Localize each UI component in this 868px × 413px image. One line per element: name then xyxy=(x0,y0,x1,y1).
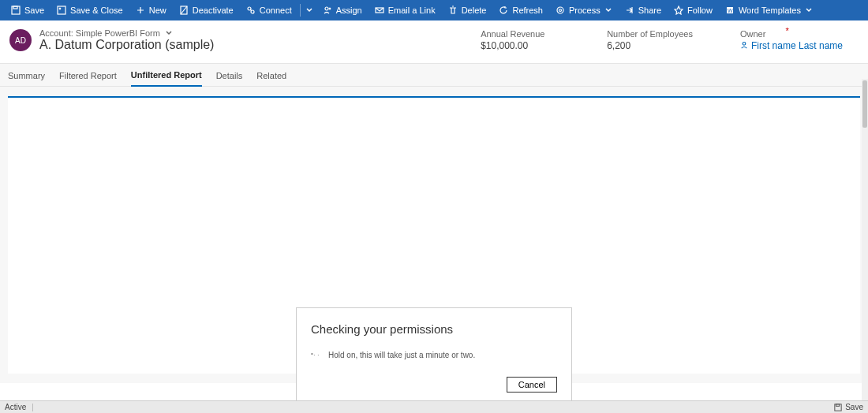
save-close-label: Save & Close xyxy=(70,6,123,15)
record-state: Active xyxy=(5,403,26,411)
record-title: A. Datum Corporation (sample) xyxy=(39,38,214,52)
email-link-button[interactable]: Email a Link xyxy=(369,0,442,20)
save-label: Save xyxy=(24,6,44,15)
tab-details[interactable]: Details xyxy=(216,65,243,86)
save-icon xyxy=(11,6,21,15)
vertical-scrollbar[interactable] xyxy=(862,79,868,400)
refresh-icon xyxy=(499,6,508,15)
connect-button[interactable]: Connect xyxy=(240,0,298,20)
owner-value[interactable]: First name Last name xyxy=(740,40,843,51)
scrollbar-thumb[interactable] xyxy=(862,80,867,128)
follow-button[interactable]: Follow xyxy=(668,0,719,20)
word-templates-label: Word Templates xyxy=(739,6,801,15)
plus-icon xyxy=(136,6,145,15)
tab-strip: Summary Filtered Report Unfiltered Repor… xyxy=(0,63,868,87)
refresh-label: Refresh xyxy=(512,6,543,15)
chevron-down-icon xyxy=(165,29,173,37)
share-label: Share xyxy=(638,6,661,15)
save-close-icon xyxy=(57,6,66,15)
connect-label: Connect xyxy=(260,6,292,15)
chevron-down-icon xyxy=(805,6,813,14)
svg-rect-14 xyxy=(836,404,840,406)
command-bar: Save Save & Close New Deactivate Connect… xyxy=(0,0,868,20)
dialog-message: Hold on, this will take just a minute or… xyxy=(328,351,475,359)
chevron-down-icon xyxy=(604,6,612,14)
owner-field[interactable]: Owner * First name Last name xyxy=(740,29,843,51)
svg-point-9 xyxy=(559,9,562,12)
chevron-down-icon xyxy=(305,6,313,14)
assign-button[interactable]: Assign xyxy=(316,0,369,20)
deactivate-button[interactable]: Deactivate xyxy=(173,0,240,20)
status-save-button[interactable]: Save xyxy=(834,403,863,411)
status-save-label: Save xyxy=(845,403,863,411)
required-indicator: * xyxy=(785,26,788,35)
num-employees-label: Number of Employees xyxy=(607,29,693,39)
tab-unfiltered-report[interactable]: Unfiltered Report xyxy=(131,64,202,87)
record-type-label: Account: Simple PowerBI Form xyxy=(39,28,160,38)
delete-button[interactable]: Delete xyxy=(442,0,493,20)
svg-rect-2 xyxy=(58,6,65,14)
connect-icon xyxy=(246,6,256,15)
save-close-button[interactable]: Save & Close xyxy=(51,0,129,20)
delete-icon xyxy=(448,6,458,15)
separator xyxy=(300,4,301,17)
divider xyxy=(32,404,33,411)
word-templates-button[interactable]: W Word Templates xyxy=(719,0,819,20)
star-icon xyxy=(674,6,683,15)
assign-icon xyxy=(323,6,332,15)
new-label: New xyxy=(149,6,166,15)
record-header: AD Account: Simple PowerBI Form A. Datum… xyxy=(0,20,868,63)
email-link-label: Email a Link xyxy=(388,6,436,15)
deactivate-label: Deactivate xyxy=(193,6,234,15)
process-label: Process xyxy=(569,6,600,15)
record-type-picker[interactable]: Account: Simple PowerBI Form xyxy=(39,28,214,38)
spinner-icon: •․ ․ xyxy=(311,350,320,359)
permissions-dialog: Checking your permissions •․ ․ Hold on, … xyxy=(296,307,572,404)
save-icon xyxy=(834,404,842,411)
annual-revenue-label: Annual Revenue xyxy=(481,29,559,39)
annual-revenue-value: $10,000.00 xyxy=(481,40,559,51)
svg-rect-1 xyxy=(13,6,17,9)
save-button[interactable]: Save xyxy=(5,0,51,20)
owner-label: Owner * xyxy=(740,29,843,39)
tab-summary[interactable]: Summary xyxy=(8,65,45,86)
svg-point-8 xyxy=(557,7,563,13)
status-bar: Active Save xyxy=(0,400,868,413)
svg-text:W: W xyxy=(728,8,733,13)
num-employees-field[interactable]: Number of Employees 6,200 xyxy=(607,29,693,51)
follow-label: Follow xyxy=(687,6,713,15)
process-button[interactable]: Process xyxy=(549,0,619,20)
process-icon xyxy=(556,6,565,15)
share-icon xyxy=(625,6,634,15)
num-employees-value: 6,200 xyxy=(607,40,693,51)
delete-label: Delete xyxy=(462,6,487,15)
refresh-button[interactable]: Refresh xyxy=(492,0,549,20)
share-button[interactable]: Share xyxy=(619,0,668,20)
svg-point-6 xyxy=(325,7,328,10)
svg-point-12 xyxy=(743,43,746,46)
assign-label: Assign xyxy=(336,6,362,15)
deactivate-icon xyxy=(179,6,189,15)
cancel-button[interactable]: Cancel xyxy=(507,377,557,393)
annual-revenue-field[interactable]: Annual Revenue $10,000.00 xyxy=(481,29,559,51)
person-icon xyxy=(740,40,748,51)
connect-dropdown[interactable] xyxy=(302,0,316,20)
tab-filtered-report[interactable]: Filtered Report xyxy=(59,65,117,86)
word-icon: W xyxy=(725,6,735,15)
tab-related[interactable]: Related xyxy=(256,65,286,86)
dialog-title: Checking your permissions xyxy=(311,322,557,336)
email-icon xyxy=(375,6,384,15)
avatar: AD xyxy=(9,29,32,51)
new-button[interactable]: New xyxy=(129,0,173,20)
